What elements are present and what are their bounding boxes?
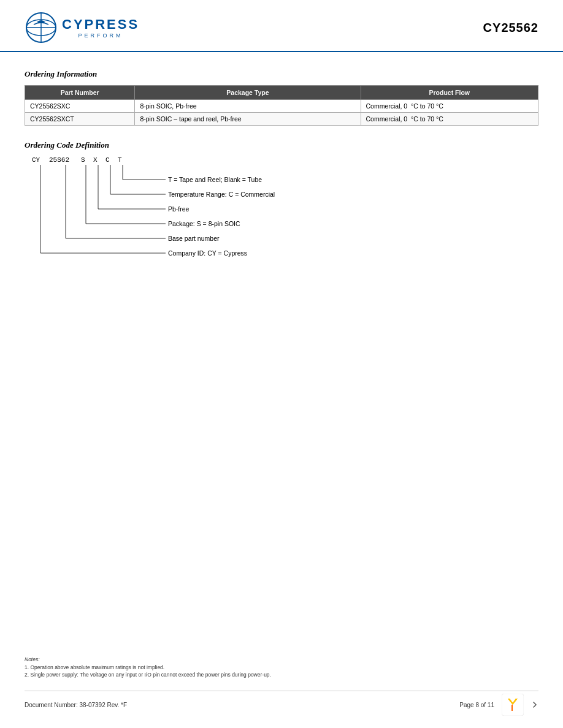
- annotation-cy: Company ID: CY = Cypress: [168, 249, 247, 257]
- annotation-t: T = Tape and Reel; Blank = Tube: [168, 176, 262, 183]
- cypress-logo-icon: [25, 11, 58, 45]
- part-number-cell: CY25562SXC: [25, 100, 135, 113]
- brand-name: CYPRESS: [62, 17, 139, 32]
- footer-divider: [25, 691, 538, 691]
- notes-list: 1. Operation above absolute maximum rati…: [25, 664, 271, 680]
- code-t: T: [118, 156, 130, 164]
- annotation-s: Package: S = 8-pin SOIC: [168, 220, 240, 227]
- footer-bottom: Document Number: 38-07392 Rev. *F Page 8…: [0, 694, 563, 716]
- footer-right: Page 8 of 11: [459, 694, 538, 716]
- product-id: CY25562: [483, 21, 538, 35]
- page-header: CYPRESS PERFORM CY25562: [0, 0, 563, 52]
- table-row: CY25562SXC 8-pin SOIC, Pb-free Commercia…: [25, 100, 538, 113]
- brand-tagline: PERFORM: [62, 32, 139, 39]
- code-x: X: [93, 156, 105, 164]
- annotation-c: Temperature Range: C = Commercial: [168, 191, 275, 198]
- part-number-cell: CY25562SXCT: [25, 113, 135, 126]
- footer-notes: Notes: 1. Operation above absolute maxim…: [25, 656, 271, 679]
- code-cy: CY: [32, 156, 49, 164]
- package-type-cell: 8-pin SOIC – tape and reel, Pb-free: [135, 113, 361, 126]
- note-item: 2. Single power supply: The voltage on a…: [25, 671, 271, 679]
- col-part-number: Part Number: [25, 86, 135, 100]
- ordering-table: Part Number Package Type Product Flow CY…: [25, 85, 538, 126]
- annotation-25562: Base part number: [168, 235, 220, 242]
- package-type-cell: 8-pin SOIC, Pb-free: [135, 100, 361, 113]
- document-number: Document Number: 38-07392 Rev. *F: [25, 702, 127, 708]
- page-info: Page 8 of 11: [459, 702, 494, 708]
- table-row: CY25562SXCT 8-pin SOIC – tape and reel, …: [25, 113, 538, 126]
- code-def-title: Ordering Code Definition: [25, 140, 538, 150]
- annotation-x: Pb-free: [168, 205, 190, 213]
- next-page-icon[interactable]: [531, 701, 538, 708]
- product-flow-cell: Commercial, 0 °C to 70 °C: [361, 113, 538, 126]
- main-content: Ordering Information Part Number Package…: [0, 52, 563, 324]
- col-product-flow: Product Flow: [361, 86, 538, 100]
- note-item: 1. Operation above absolute maximum rati…: [25, 664, 271, 672]
- col-package-type: Package Type: [135, 86, 361, 100]
- logo-area: CYPRESS PERFORM: [25, 11, 139, 45]
- code-c: C: [105, 156, 118, 164]
- product-flow-cell: Commercial, 0 °C to 70 °C: [361, 100, 538, 113]
- notes-title: Notes:: [25, 656, 271, 664]
- code-s: S: [81, 156, 93, 164]
- logo-text: CYPRESS PERFORM: [62, 17, 139, 38]
- code-diagram-svg: T = Tape and Reel; Blank = Tube Temperat…: [32, 165, 375, 312]
- code-25562: 25S62: [49, 156, 81, 164]
- ordering-info-title: Ordering Information: [25, 69, 538, 79]
- code-definition-section: Ordering Code Definition CY 25S62 S X C …: [25, 140, 538, 312]
- code-parts-row: CY 25S62 S X C T: [32, 156, 538, 164]
- cypress-y-logo-icon: [502, 694, 524, 716]
